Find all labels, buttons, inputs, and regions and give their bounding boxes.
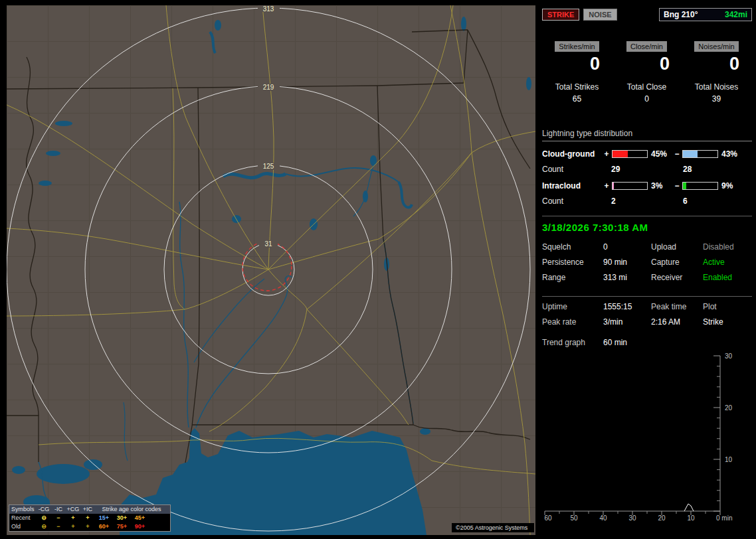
age-60: 60+	[95, 522, 113, 531]
datetime-display: 3/18/2026 7:30:18 AM	[542, 222, 752, 233]
close-column: Close/min 0 Total Close 0	[612, 41, 682, 104]
strikes-column: Strikes/min 0 Total Strikes 65	[542, 41, 612, 104]
ring-label-313: 313	[263, 5, 274, 13]
intracloud-label: Intracloud	[542, 181, 603, 191]
counter-columns: Strikes/min 0 Total Strikes 65 Close/min…	[542, 41, 752, 104]
map-legend: Symbols -CG -IC +CG +IC Strike age color…	[9, 504, 171, 532]
ic-negative-count: 6	[683, 196, 688, 205]
strikes-per-min-chip[interactable]: Strikes/min	[555, 41, 599, 52]
svg-text:0 min: 0 min	[716, 514, 732, 522]
legend-old-label: Old	[11, 522, 37, 531]
bearing-display: Bng 210° 342mi	[659, 8, 752, 21]
neg-ic-symbol-icon: −	[51, 514, 66, 522]
svg-text:20: 20	[658, 514, 666, 522]
control-panel: STRIKE NOISE Bng 210° 342mi Strikes/min …	[542, 5, 752, 536]
cloud-ground-label: Cloud-ground	[542, 149, 603, 159]
svg-text:30: 30	[725, 352, 733, 360]
total-strikes-label: Total Strikes	[555, 82, 599, 92]
neg-cg-symbol-old-icon: ⊖	[37, 522, 51, 531]
x-axis-labels: 60 50 40 30 20 10 0 min	[544, 514, 732, 522]
upload-value: Disabled	[703, 242, 752, 252]
plot-label: Plot	[703, 302, 752, 312]
total-close-label: Total Close	[627, 82, 666, 92]
strikes-per-min-value: 0	[542, 52, 612, 74]
settings-row-2: Persistence 90 min Capture Active	[542, 258, 752, 268]
receiver-value: Enabled	[703, 273, 752, 283]
noises-per-min-chip[interactable]: Noises/min	[694, 41, 738, 52]
uptime-value: 1555:15	[603, 302, 651, 312]
intracloud-row: Intracloud + 3% − 9%	[542, 181, 752, 190]
age-30: 30+	[113, 514, 131, 522]
cg-negative-pct: 43%	[720, 149, 744, 159]
legend-symbols-header: Symbols	[11, 505, 37, 514]
pos-cg-symbol-old-icon: +	[66, 522, 80, 531]
cloud-ground-count-row: Count 29 28	[542, 165, 752, 173]
minus-sign: −	[674, 181, 680, 191]
total-strikes-value: 65	[573, 94, 581, 104]
persistence-value: 90 min	[603, 258, 651, 268]
peak-time-value: 2:16 AM	[651, 317, 703, 327]
uptime-label: Uptime	[542, 302, 603, 312]
pos-cg-symbol-icon: +	[66, 514, 80, 522]
settings-row-1: Squelch 0 Upload Disabled	[542, 242, 752, 252]
peak-rate-label: Peak rate	[542, 317, 603, 327]
legend-age-header: Strike age color codes	[95, 505, 168, 514]
total-noises-label: Total Noises	[695, 82, 738, 92]
bearing-label: Bng 210°	[664, 10, 698, 19]
ic-positive-pct: 3%	[650, 181, 674, 191]
legend-recent-label: Recent	[11, 514, 37, 522]
ring-label-219: 219	[263, 84, 274, 91]
strike-button[interactable]: STRIKE	[542, 9, 579, 21]
receiver-label: Receiver	[651, 273, 703, 283]
ring-label-125: 125	[263, 163, 274, 170]
legend-header-row: Symbols -CG -IC +CG +IC Strike age color…	[9, 505, 170, 514]
total-noises-value: 39	[712, 94, 721, 104]
bearing-range-value: 342mi	[725, 10, 747, 19]
age-45: 45+	[131, 514, 149, 522]
age-15: 15+	[95, 514, 113, 522]
cg-positive-bar	[612, 150, 648, 158]
capture-label: Capture	[651, 258, 703, 268]
map-area[interactable]: 313 219 125 31 ©2005 Astrogenic Systems …	[7, 5, 535, 535]
squelch-value: 0	[603, 242, 651, 252]
svg-text:50: 50	[570, 514, 578, 522]
noise-button[interactable]: NOISE	[583, 9, 616, 21]
persistence-label: Persistence	[542, 258, 603, 268]
capture-value: Active	[703, 258, 752, 268]
cg-negative-count: 28	[683, 165, 692, 173]
stats-row-1: Uptime 1555:15 Peak time Plot	[542, 302, 752, 312]
plus-sign: +	[603, 181, 610, 191]
divider	[542, 296, 752, 297]
settings-row-3: Range 313 mi Receiver Enabled	[542, 273, 752, 283]
legend-old-row: Old ⊖ − + + 60+ 75+ 90+	[9, 522, 170, 531]
divider	[542, 216, 752, 216]
neg-cg-symbol-icon: ⊖	[37, 514, 51, 522]
top-bar: STRIKE NOISE Bng 210° 342mi	[542, 8, 752, 21]
svg-text:10: 10	[687, 514, 695, 522]
legend-recent-row: Recent ⊖ − + + 15+ 30+ 45+	[9, 514, 170, 522]
map-svg[interactable]: 313 219 125 31 ©2005 Astrogenic Systems	[7, 5, 535, 535]
plot-value: Strike	[703, 317, 752, 327]
y-major-ticks	[713, 356, 720, 511]
age-75: 75+	[113, 522, 131, 531]
svg-text:20: 20	[725, 404, 733, 412]
range-label: Range	[542, 273, 603, 283]
squelch-label: Squelch	[542, 242, 603, 252]
noises-column: Noises/min 0 Total Noises 39	[682, 41, 751, 104]
neg-ic-symbol-old-icon: −	[51, 522, 66, 531]
ic-positive-count: 2	[611, 196, 683, 205]
ic-negative-pct: 9%	[720, 181, 744, 191]
svg-text:60: 60	[544, 514, 552, 522]
cg-positive-pct: 45%	[650, 149, 674, 159]
distribution-title: Lightning type distribution	[542, 129, 752, 141]
close-per-min-value: 0	[612, 52, 682, 74]
trend-graph-svg: 30 20 10 60 50 40 30 20 10 0 min	[542, 352, 751, 532]
plus-sign: +	[603, 149, 610, 159]
close-per-min-chip[interactable]: Close/min	[626, 41, 667, 52]
cg-negative-bar	[682, 150, 718, 158]
age-90: 90+	[131, 522, 149, 531]
svg-text:10: 10	[725, 456, 733, 463]
trend-graph-label: Trend graph	[542, 338, 603, 348]
ic-count-label: Count	[542, 196, 611, 205]
stats-row-2: Peak rate 3/min 2:16 AM Strike	[542, 317, 752, 327]
